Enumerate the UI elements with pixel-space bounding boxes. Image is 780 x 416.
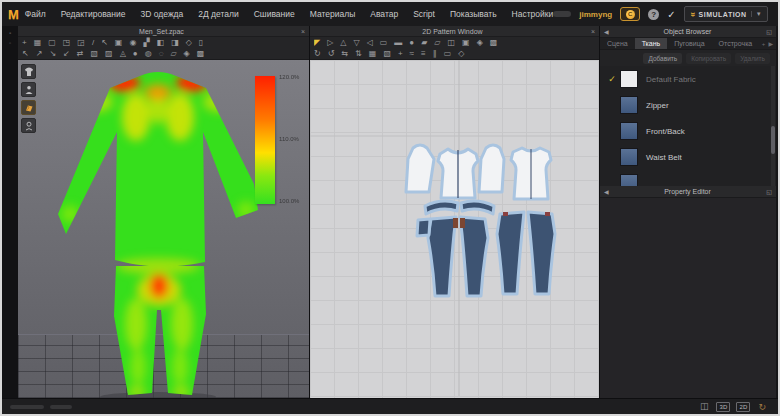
add-tab-icon[interactable]: + [762, 41, 766, 47]
t2d2-tool-3-icon[interactable]: ⇆ [341, 50, 348, 58]
tab-Сцена[interactable]: Сцена [600, 38, 635, 49]
t2d2-tool-7-icon[interactable]: + [398, 50, 403, 58]
expand-panel-icon[interactable]: ◱ [766, 188, 772, 195]
t3d2-tool-2-icon[interactable]: ↗ [36, 50, 43, 58]
копировать-button[interactable]: Копировать [686, 53, 731, 64]
t3d2-tool-7-icon[interactable]: ▨ [105, 50, 113, 58]
app-logo-icon[interactable]: M [8, 7, 19, 22]
viewport-2d-close-icon[interactable]: × [591, 28, 595, 35]
t2d1-tool-4-icon[interactable]: ▽ [353, 39, 359, 47]
menu-item-4[interactable]: 2Д детали [198, 9, 238, 19]
simulation-dropdown-icon[interactable]: ▼ [751, 11, 762, 17]
t3d2-tool-6-icon[interactable]: ▧ [91, 50, 99, 58]
fabric-row-4[interactable]: Waist Belt [600, 144, 776, 170]
t2d2-tool-4-icon[interactable]: ⇅ [355, 50, 362, 58]
t2d1-tool-1-icon[interactable]: ◤ [314, 39, 320, 47]
t2d1-tool-7-icon[interactable]: ▬ [394, 39, 402, 47]
t2d1-tool-6-icon[interactable]: ▭ [380, 39, 388, 47]
t2d1-tool-9-icon[interactable]: ▰ [421, 39, 427, 47]
tab-Пуговица[interactable]: Пуговица [667, 38, 711, 49]
tab-Ткань[interactable]: Ткань [635, 38, 668, 49]
t2d1-tool-12-icon[interactable]: ▣ [462, 39, 470, 47]
t2d2-tool-6-icon[interactable]: ▧ [383, 50, 391, 58]
t2d1-tool-14-icon[interactable]: ▩ [490, 39, 498, 47]
menu-item-1[interactable]: Файл [25, 9, 46, 19]
t3d2-tool-4-icon[interactable]: ↙ [63, 50, 70, 58]
t2d1-tool-10-icon[interactable]: ▱ [434, 39, 440, 47]
help-button[interactable]: ? [648, 9, 659, 20]
t3d2-tool-9-icon[interactable]: ● [133, 50, 138, 58]
t2d2-tool-10-icon[interactable]: ∥ [433, 50, 437, 58]
fabric-row-5[interactable] [600, 170, 776, 186]
show-avatar-head-button[interactable] [21, 118, 36, 133]
t2d2-tool-11-icon[interactable]: ▭ [444, 50, 452, 58]
2d-view-button[interactable]: 2D [736, 402, 750, 412]
split-view-icon[interactable]: ◫ [700, 402, 709, 411]
menu-item-9[interactable]: Показывать [450, 9, 497, 19]
fabric-row-3[interactable]: Front/Back [600, 118, 776, 144]
t3d1-tool-7-icon[interactable]: ↖ [101, 39, 108, 47]
удалить-button[interactable]: Удалить [735, 53, 770, 64]
garment-strain-map[interactable] [58, 62, 258, 398]
t3d2-tool-8-icon[interactable]: ◬ [120, 50, 126, 58]
t2d1-tool-13-icon[interactable]: ◈ [477, 39, 483, 47]
fabric-row-2[interactable]: Zipper [600, 92, 776, 118]
menu-item-3[interactable]: 3D одежда [141, 9, 184, 19]
t3d2-tool-14-icon[interactable]: ▩ [197, 50, 205, 58]
t3d1-tool-3-icon[interactable]: ▢ [48, 39, 56, 47]
username-label[interactable]: jimmyng [579, 10, 612, 19]
fabric-list-scrollbar[interactable] [771, 66, 775, 186]
t2d2-tool-9-icon[interactable]: ≡ [421, 50, 426, 58]
show-garment-button[interactable] [21, 64, 36, 79]
t2d1-tool-11-icon[interactable]: ◫ [448, 39, 456, 47]
t2d1-tool-5-icon[interactable]: ◁ [367, 39, 373, 47]
coin-balance-button[interactable]: C [620, 7, 640, 21]
t2d2-tool-8-icon[interactable]: ≈ [410, 50, 414, 58]
t3d2-tool-1-icon[interactable]: ↖ [22, 50, 29, 58]
t2d2-tool-1-icon[interactable]: ↻ [314, 50, 321, 58]
t3d1-tool-12-icon[interactable]: ◨ [171, 39, 179, 47]
t2d1-tool-3-icon[interactable]: △ [340, 39, 346, 47]
t3d1-tool-1-icon[interactable]: + [22, 39, 27, 47]
t3d1-tool-10-icon[interactable]: ▞ [143, 39, 149, 47]
menu-item-6[interactable]: Материалы [310, 9, 356, 19]
t3d2-tool-10-icon[interactable]: ◍ [145, 50, 152, 58]
tab-Отстрочка[interactable]: Отстрочка [712, 38, 760, 49]
menu-item-8[interactable]: Script [413, 9, 435, 19]
fabric-swatch[interactable] [620, 148, 638, 166]
t2d1-tool-8-icon[interactable]: ● [409, 39, 414, 47]
dock-icon[interactable]: ▪ [9, 30, 11, 36]
strain-map-button[interactable] [21, 100, 36, 115]
simulation-button[interactable]: » SIMULATION ▼ [684, 6, 768, 22]
t3d1-tool-2-icon[interactable]: ▦ [34, 39, 42, 47]
t3d1-tool-6-icon[interactable]: / [92, 39, 94, 47]
fabric-row-1[interactable]: ✓Default Fabric [600, 66, 776, 92]
t3d2-tool-5-icon[interactable]: ⇄ [77, 50, 84, 58]
t3d2-tool-13-icon[interactable]: ◈ [184, 50, 190, 58]
checkmark-icon[interactable]: ✓ [604, 74, 620, 84]
tab-scroll-icon[interactable]: ▶ [768, 40, 773, 47]
t3d1-tool-5-icon[interactable]: ◲ [77, 39, 85, 47]
fabric-swatch[interactable] [620, 174, 638, 186]
fabric-swatch[interactable] [620, 96, 638, 114]
t3d1-tool-4-icon[interactable]: ◳ [63, 39, 71, 47]
viewport-2d[interactable] [310, 60, 599, 398]
3d-view-button[interactable]: 3D [716, 402, 730, 412]
t3d1-tool-14-icon[interactable]: ▯ [199, 39, 203, 47]
menu-item-10[interactable]: Настройки [512, 9, 554, 19]
t3d1-tool-9-icon[interactable]: ◉ [129, 39, 136, 47]
viewport-3d[interactable]: 120.0%110.0%100.0% [18, 60, 309, 398]
menu-item-2[interactable]: Редактирование [61, 9, 126, 19]
t2d2-tool-2-icon[interactable]: ↺ [328, 50, 335, 58]
menu-item-5[interactable]: Сшивание [254, 9, 295, 19]
t3d2-tool-12-icon[interactable]: ▱ [170, 50, 176, 58]
pattern-pieces[interactable] [310, 60, 599, 396]
fabric-swatch[interactable] [620, 122, 638, 140]
t3d1-tool-11-icon[interactable]: ◧ [157, 39, 165, 47]
check-icon[interactable]: ✓ [667, 9, 675, 20]
t3d2-tool-11-icon[interactable]: ◌ [159, 50, 164, 58]
t2d2-tool-12-icon[interactable]: ◇ [458, 50, 464, 58]
scrollbar-thumb[interactable] [771, 126, 775, 154]
t3d1-tool-13-icon[interactable]: ◇ [186, 39, 192, 47]
show-avatar-button[interactable] [21, 82, 36, 97]
